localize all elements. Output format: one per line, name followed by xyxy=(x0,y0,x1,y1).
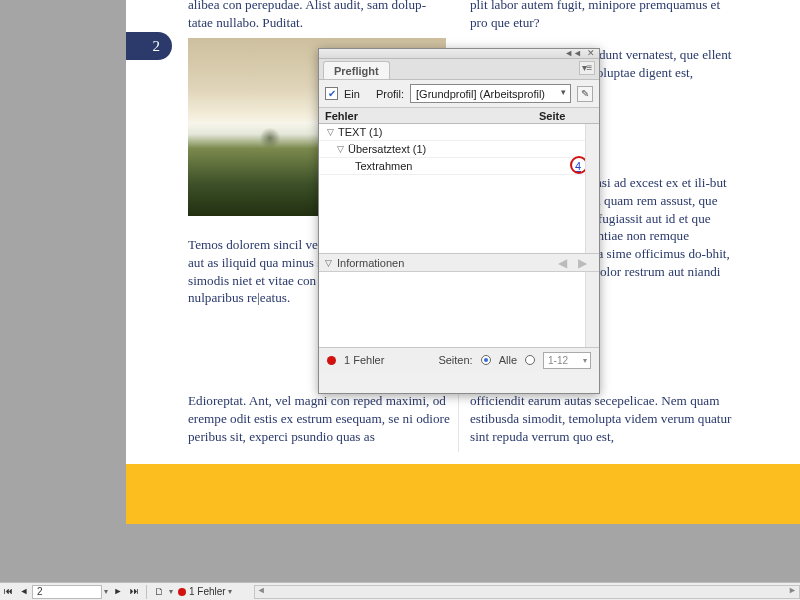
error-list-header: Fehler Seite xyxy=(319,107,599,124)
error-row-text-group[interactable]: ▽ TEXT (1) xyxy=(319,124,599,141)
profile-dropdown[interactable]: [Grundprofil] (Arbeitsprofil) xyxy=(410,84,571,103)
first-page-button[interactable]: ⏮ xyxy=(1,585,15,599)
footer-error-count: 1 Fehler xyxy=(344,354,384,366)
triangle-right-icon: ▽ xyxy=(325,258,332,268)
ein-label: Ein xyxy=(344,88,360,100)
status-error-dropdown-icon[interactable]: ▾ xyxy=(228,587,232,596)
panel-menu-button[interactable]: ▾≡ xyxy=(579,61,595,75)
status-sep xyxy=(146,585,147,599)
horizontal-scrollbar[interactable] xyxy=(254,585,800,599)
tab-preflight[interactable]: Preflight xyxy=(323,61,390,79)
error-dot-icon xyxy=(327,356,336,365)
error-row-text-label: TEXT (1) xyxy=(338,126,382,138)
profile-edit-button[interactable]: ✎ xyxy=(577,86,593,102)
page-number-text: 2 xyxy=(153,38,161,55)
page-field-dropdown-icon[interactable]: ▾ xyxy=(104,587,108,596)
error-row-uebersatz[interactable]: ▽ Übersatztext (1) xyxy=(319,141,599,158)
body-text-col1-top: alibea con perepudae. Alist audit, sam d… xyxy=(188,0,450,32)
panel-footer: 1 Fehler Seiten: Alle 1-12 xyxy=(319,348,599,372)
status-bar: ⏮ ◄ 2 ▾ ► ⏭ 🗋 ▾ 1 Fehler ▾ xyxy=(0,582,800,600)
last-page-button[interactable]: ⏭ xyxy=(127,585,141,599)
next-page-button[interactable]: ► xyxy=(111,585,125,599)
tab-preflight-label: Preflight xyxy=(334,65,379,77)
info-scrollbar[interactable] xyxy=(585,272,599,347)
info-header[interactable]: ▽ Informationen ◀ ▶ xyxy=(319,254,599,272)
body-text-lower2: officiendit earum autas secepelicae. Nem… xyxy=(470,392,732,445)
footer-strip xyxy=(126,464,800,524)
error-list-scrollbar[interactable] xyxy=(585,124,599,253)
pages-range-value: 1-12 xyxy=(548,355,568,366)
panel-profile-row: ✔ Ein Profil: [Grundprofil] (Arbeitsprof… xyxy=(319,80,599,107)
error-row-textrahmen-label: Textrahmen xyxy=(355,160,412,172)
status-error-text: 1 Fehler xyxy=(189,586,226,597)
open-doc-icon[interactable]: 🗋 xyxy=(154,586,164,597)
open-doc-dropdown-icon[interactable]: ▾ xyxy=(169,587,173,596)
column-divider xyxy=(458,392,459,452)
profil-label: Profil: xyxy=(376,88,404,100)
info-header-label: Informationen xyxy=(337,257,404,269)
seiten-label: Seiten: xyxy=(438,354,472,366)
panel-tabbar: Preflight ▾≡ xyxy=(319,59,599,80)
body-text-lower1: Edioreptat. Ant, vel magni con reped max… xyxy=(188,392,450,445)
status-error-dot-icon xyxy=(178,588,186,596)
page-field-value: 2 xyxy=(37,586,43,597)
pages-all-radio[interactable] xyxy=(481,355,491,365)
panel-titlebar[interactable]: ◄◄ ✕ xyxy=(319,49,599,59)
col-fehler-label: Fehler xyxy=(319,108,539,123)
error-row-uebersatz-label: Übersatztext (1) xyxy=(348,143,426,155)
error-row-textrahmen[interactable]: Textrahmen 4 xyxy=(319,158,599,175)
prev-page-button[interactable]: ◄ xyxy=(17,585,31,599)
error-list: ▽ TEXT (1) ▽ Übersatztext (1) Textrahmen… xyxy=(319,124,599,254)
document-canvas: 2 alibea con perepudae. Alist audit, sam… xyxy=(0,0,800,580)
page-number-badge: 2 xyxy=(126,32,172,60)
info-body xyxy=(319,272,599,348)
col-seite-label: Seite xyxy=(539,108,599,123)
triangle-down-icon: ▽ xyxy=(337,144,344,154)
triangle-down-icon: ▽ xyxy=(327,127,334,137)
page-field[interactable]: 2 xyxy=(32,585,102,599)
pages-range-select[interactable]: 1-12 xyxy=(543,352,591,369)
pages-range-radio[interactable] xyxy=(525,355,535,365)
info-nav-arrows[interactable]: ◀ ▶ xyxy=(558,256,591,270)
ein-checkbox[interactable]: ✔ xyxy=(325,87,338,100)
profile-dropdown-value: [Grundprofil] (Arbeitsprofil) xyxy=(416,88,545,100)
body-text-col2-top: plit labor autem fugit, minipore premqua… xyxy=(470,0,732,32)
pages-all-label: Alle xyxy=(499,354,517,366)
preflight-panel: ◄◄ ✕ Preflight ▾≡ ✔ Ein Profil: [Grundpr… xyxy=(318,48,600,394)
